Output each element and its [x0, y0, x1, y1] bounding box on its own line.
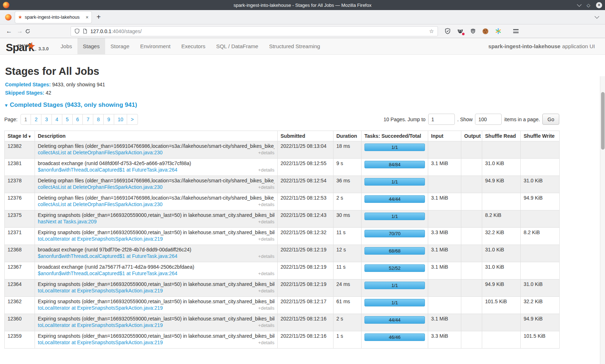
- spark-logo[interactable]: Spark™ APACHE ★ 3.3.0: [4, 38, 55, 54]
- description-cell: Expiring snapshots (older_than=166932055…: [35, 297, 278, 314]
- details-toggle[interactable]: +details: [258, 288, 274, 294]
- nav-tab-storage[interactable]: Storage: [105, 38, 135, 54]
- reload-button[interactable]: [25, 29, 36, 34]
- minimize-icon[interactable]: [577, 2, 582, 7]
- stage-callsite-link[interactable]: hasNext at Tasks.java:209: [38, 219, 97, 224]
- nav-tab-jobs[interactable]: Jobs: [55, 38, 77, 54]
- window-titlebar: spark-ingest-into-lakehouse - Stages for…: [0, 0, 605, 10]
- browser-toolbar: ← → 127.0.0.1:4040/stages/ ☆: [0, 24, 605, 38]
- ublock-shield-icon[interactable]: [470, 28, 476, 35]
- stage-description: broadcast exchange (runId 97bdf70e-2f28-…: [38, 247, 274, 252]
- firefox-view-icon[interactable]: [5, 14, 12, 21]
- column-header-shuffle-read[interactable]: Shuffle Read: [482, 131, 521, 141]
- column-header-description[interactable]: Description: [35, 131, 278, 141]
- nav-tab-stages[interactable]: Stages: [77, 38, 105, 54]
- page-button-4[interactable]: 4: [52, 114, 62, 125]
- column-header-stage-id[interactable]: Stage Id▾: [5, 131, 35, 141]
- tasks-cell: 1/1: [362, 141, 428, 159]
- close-window-icon[interactable]: ×: [596, 2, 602, 8]
- shuffle-write-cell: [521, 262, 560, 279]
- page-button-7[interactable]: 7: [83, 114, 93, 125]
- column-header-tasks-succeeded-total[interactable]: Tasks: Succeeded/Total: [362, 131, 428, 141]
- stage-callsite-link[interactable]: toLocalIterator at ExpireSnapshotsSparkA…: [38, 288, 163, 294]
- nav-tab-executors[interactable]: Executors: [176, 38, 211, 54]
- completed-stages-summary: Completed Stages: 9433, only showing 941: [5, 82, 601, 87]
- page-button-5[interactable]: 5: [62, 114, 73, 125]
- details-toggle[interactable]: +details: [258, 236, 274, 242]
- details-toggle[interactable]: +details: [258, 271, 274, 276]
- tab-close-icon[interactable]: ×: [86, 14, 89, 20]
- nav-tab-environment[interactable]: Environment: [135, 38, 176, 54]
- menu-icon[interactable]: [513, 29, 519, 33]
- shield-check-extension-icon[interactable]: [444, 28, 451, 35]
- stage-callsite-link[interactable]: $anonfun$withThreadLocalCaptured$1 at Fu…: [38, 270, 178, 276]
- list-all-tabs-icon[interactable]: [595, 16, 599, 18]
- column-header-duration[interactable]: Duration: [333, 131, 362, 141]
- column-header-submitted[interactable]: Submitted: [278, 131, 333, 141]
- nav-tab-sql-dataframe[interactable]: SQL / DataFrame: [211, 38, 264, 54]
- stage-callsite-link[interactable]: toLocalIterator at ExpireSnapshotsSparkA…: [38, 236, 163, 242]
- go-button[interactable]: Go: [542, 114, 559, 125]
- description-cell: broadcast exchange (runId 2a75677f-a771-…: [35, 262, 278, 279]
- tracking-protection-shield-icon[interactable]: [75, 28, 80, 34]
- details-toggle[interactable]: +details: [258, 305, 274, 311]
- url-path: :4040/stages/: [111, 28, 142, 34]
- back-button[interactable]: ←: [4, 28, 14, 35]
- duration-cell: 12 s: [333, 245, 362, 262]
- tasks-cell: 1/1: [362, 279, 428, 297]
- input-cell: 3.1 MiB: [428, 314, 461, 331]
- page-button-9[interactable]: 9: [104, 114, 114, 125]
- page-button-10[interactable]: 10: [114, 114, 127, 125]
- vertical-scrollbar[interactable]: [600, 76, 605, 364]
- duration-cell: 61 ms: [333, 297, 362, 314]
- url-text[interactable]: 127.0.0.1:4040/stages/: [90, 28, 426, 34]
- stage-callsite-link[interactable]: toLocalIterator at ExpireSnapshotsSparkA…: [38, 340, 163, 345]
- stage-callsite-link[interactable]: $anonfun$withThreadLocalCaptured$1 at Fu…: [38, 253, 178, 259]
- duration-cell: 1 s: [333, 331, 362, 349]
- page-button-6[interactable]: 6: [73, 114, 83, 125]
- page-button-3[interactable]: 3: [41, 114, 52, 125]
- bookmark-star-icon[interactable]: ☆: [429, 28, 434, 35]
- page-info-icon[interactable]: [82, 28, 88, 34]
- page-button-1[interactable]: 1: [21, 114, 31, 125]
- stage-callsite-link[interactable]: collectAsList at DeleteOrphanFilesSparkA…: [38, 150, 162, 155]
- scrollbar-thumb[interactable]: [601, 92, 605, 150]
- details-toggle[interactable]: +details: [258, 323, 274, 328]
- forward-button: →: [14, 28, 25, 35]
- column-header-input[interactable]: Input: [428, 131, 461, 141]
- items-per-page-input[interactable]: [475, 114, 502, 125]
- new-tab-button[interactable]: +: [97, 13, 101, 21]
- output-cell: [461, 176, 482, 193]
- description-cell: Deleting orphan files (older_than=166910…: [35, 193, 278, 210]
- column-header-output[interactable]: Output: [461, 131, 482, 141]
- stages-table: Stage Id▾DescriptionSubmittedDurationTas…: [4, 131, 560, 349]
- page-button->[interactable]: >: [127, 114, 138, 125]
- maximize-icon[interactable]: ◇: [587, 3, 590, 8]
- details-toggle[interactable]: +details: [258, 185, 274, 190]
- asterisk-extension-icon[interactable]: [495, 28, 501, 35]
- page-button-8[interactable]: 8: [93, 114, 104, 125]
- column-header-shuffle-write[interactable]: Shuffle Write: [521, 131, 560, 141]
- details-toggle[interactable]: +details: [258, 219, 274, 224]
- stage-callsite-link[interactable]: toLocalIterator at ExpireSnapshotsSparkA…: [38, 322, 163, 328]
- url-bar[interactable]: 127.0.0.1:4040/stages/ ☆: [71, 26, 438, 36]
- stage-callsite-link[interactable]: collectAsList at DeleteOrphanFilesSparkA…: [38, 201, 162, 207]
- duration-cell: 2 s: [333, 314, 362, 331]
- nav-tab-structured-streaming[interactable]: Structured Streaming: [264, 38, 326, 54]
- stage-callsite-link[interactable]: $anonfun$withThreadLocalCaptured$1 at Fu…: [38, 167, 178, 173]
- stage-row: 12359Expiring snapshots (older_than=1669…: [5, 331, 560, 349]
- cookie-icon[interactable]: [482, 28, 489, 35]
- stage-callsite-link[interactable]: toLocalIterator at ExpireSnapshotsSparkA…: [38, 305, 163, 311]
- browser-tab-active[interactable]: ★ spark-ingest-into-lakehous ×: [15, 12, 91, 23]
- stage-callsite-link[interactable]: collectAsList at DeleteOrphanFilesSparkA…: [38, 184, 162, 190]
- mask-extension-icon[interactable]: [457, 28, 463, 35]
- details-toggle[interactable]: +details: [258, 340, 274, 345]
- details-toggle[interactable]: +details: [258, 254, 274, 259]
- page-button-2[interactable]: 2: [31, 114, 41, 125]
- submitted-cell: 2022/11/25 08:12:16: [278, 314, 333, 331]
- jump-to-page-input[interactable]: [428, 114, 455, 125]
- completed-stages-section-toggle[interactable]: ▾ Completed Stages (9433, only showing 9…: [5, 101, 601, 109]
- details-toggle[interactable]: +details: [258, 167, 274, 173]
- details-toggle[interactable]: +details: [258, 150, 274, 155]
- details-toggle[interactable]: +details: [258, 202, 274, 207]
